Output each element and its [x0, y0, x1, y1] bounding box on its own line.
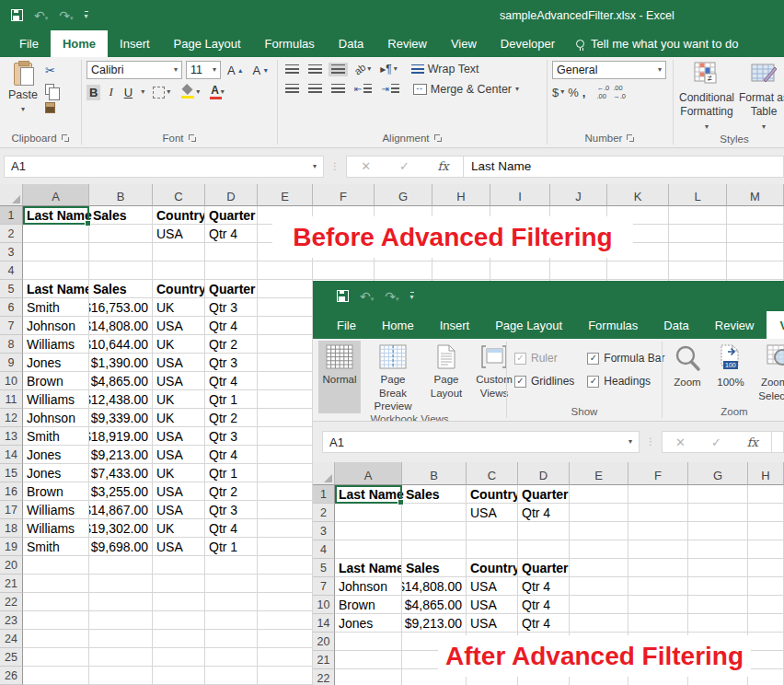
row-header-8[interactable]: 8 [0, 335, 23, 354]
select-all-corner[interactable] [0, 184, 23, 206]
cell-A5[interactable]: Last Name [335, 559, 402, 577]
cell-C17[interactable]: USA [153, 501, 205, 519]
cell-A10[interactable]: Brown [23, 372, 89, 390]
cell-B19[interactable]: $9,698.00 [89, 538, 153, 556]
cell-A20[interactable] [335, 633, 402, 651]
cell-B2[interactable] [89, 225, 153, 243]
cell-E19[interactable] [258, 538, 313, 556]
cell-D4[interactable] [518, 540, 570, 559]
font-size-select[interactable]: 11▾ [186, 61, 221, 79]
cell-D10[interactable]: Qtr 4 [205, 372, 258, 390]
cancel-icon[interactable]: ✕ [361, 159, 371, 173]
tab-review[interactable]: Review [702, 311, 767, 339]
column-header-L[interactable]: L [669, 184, 727, 206]
cell-B3[interactable] [89, 243, 153, 261]
row-header-17[interactable]: 17 [0, 501, 23, 519]
cell-D17[interactable]: Qtr 3 [205, 501, 258, 519]
cell-A9[interactable]: Jones [23, 354, 89, 372]
row-header-14[interactable]: 14 [0, 446, 23, 464]
number-dialog-launcher[interactable] [627, 134, 635, 143]
number-format-select[interactable]: General▾ [552, 61, 666, 79]
customize-qat-icon[interactable]: ▾ [410, 292, 414, 301]
cell-M4[interactable] [727, 261, 784, 280]
tab-formulas[interactable]: Formulas [253, 30, 327, 57]
cell-E24[interactable] [258, 630, 313, 648]
cell-C26[interactable] [153, 667, 205, 685]
tab-developer[interactable]: Developer [489, 30, 567, 57]
cell-B18[interactable]: $19,302.00 [89, 519, 153, 538]
row-header-22[interactable]: 22 [313, 669, 335, 685]
cell-B14[interactable]: $9,213.00 [402, 614, 467, 633]
format-painter-button[interactable] [45, 99, 60, 115]
tab-home[interactable]: Home [51, 30, 108, 57]
column-header-F[interactable]: F [313, 184, 375, 206]
tab-insert[interactable]: Insert [108, 30, 162, 57]
formula-input[interactable]: Last Name [464, 156, 784, 178]
cell-B3[interactable] [402, 522, 467, 540]
percent-style-button[interactable]: % [568, 86, 579, 99]
cell-B9[interactable]: $1,390.00 [89, 354, 153, 372]
cell-D20[interactable] [205, 556, 258, 575]
align-middle-button[interactable] [306, 63, 325, 76]
clipboard-dialog-launcher[interactable] [62, 134, 70, 143]
column-header-E[interactable]: E [570, 462, 628, 485]
row-header-16[interactable]: 16 [0, 482, 23, 501]
cell-B21[interactable] [89, 575, 153, 593]
cell-D11[interactable]: Qtr 1 [205, 390, 258, 409]
cell-A22[interactable] [23, 593, 89, 611]
cell-A7[interactable]: Johnson [23, 317, 89, 335]
font-color-button[interactable]: A▾ [208, 84, 227, 100]
column-header-I[interactable]: I [490, 184, 550, 206]
column-header-A[interactable]: A [23, 184, 89, 206]
column-header-F[interactable]: F [628, 462, 688, 485]
cell-M3[interactable] [727, 243, 784, 261]
cell-C11[interactable]: UK [153, 390, 205, 409]
cell-G14[interactable] [688, 614, 748, 633]
cell-B11[interactable]: $12,438.00 [89, 390, 153, 409]
cell-C1[interactable]: Country [467, 485, 518, 504]
row-header-3[interactable]: 3 [0, 243, 23, 261]
cell-E18[interactable] [258, 519, 313, 538]
cell-C8[interactable]: UK [153, 335, 205, 354]
cell-D13[interactable]: Qtr 3 [205, 427, 258, 446]
customize-qat-icon[interactable]: ▾ [85, 11, 88, 20]
cell-A6[interactable]: Smith [23, 298, 89, 317]
row-header-5[interactable]: 5 [0, 280, 23, 298]
tab-home[interactable]: Home [369, 311, 427, 339]
cell-D7[interactable]: Qtr 4 [205, 317, 258, 335]
cell-H4[interactable] [748, 540, 784, 559]
cell-B15[interactable]: $7,433.00 [89, 464, 153, 482]
tab-page-layout[interactable]: Page Layout [482, 311, 575, 339]
cell-C3[interactable] [153, 243, 205, 261]
cell-C9[interactable]: USA [153, 354, 205, 372]
column-header-M[interactable]: M [727, 184, 784, 206]
column-header-A[interactable]: A [335, 462, 402, 485]
tab-formulas[interactable]: Formulas [575, 311, 651, 339]
cell-A26[interactable] [23, 667, 89, 685]
cell-A8[interactable]: Williams [23, 335, 89, 354]
cell-L2[interactable] [669, 225, 727, 243]
cell-C24[interactable] [153, 630, 205, 648]
row-header-7[interactable]: 7 [0, 317, 23, 335]
column-header-J[interactable]: J [550, 184, 607, 206]
cell-G10[interactable] [688, 596, 748, 614]
accounting-format-button[interactable]: $▾ [552, 86, 564, 99]
row-header-20[interactable]: 20 [0, 556, 23, 575]
row-header-21[interactable]: 21 [0, 575, 23, 593]
tab-view[interactable]: View [767, 311, 784, 339]
page-layout-button[interactable]: Page Layout [425, 341, 467, 413]
cell-C22[interactable] [153, 593, 205, 611]
column-header-G[interactable]: G [688, 462, 748, 485]
insert-function-icon[interactable]: fx [747, 435, 758, 449]
name-box[interactable]: A1▾ [4, 156, 324, 178]
cell-D5[interactable]: Quarter [205, 280, 258, 298]
align-left-button[interactable] [282, 82, 302, 96]
cell-B17[interactable]: $14,867.00 [89, 501, 153, 519]
cell-D25[interactable] [205, 648, 258, 667]
row-header-18[interactable]: 18 [0, 519, 23, 538]
cell-B16[interactable]: $3,255.00 [89, 482, 153, 501]
cell-B10[interactable]: $4,865.00 [402, 596, 467, 614]
cut-button[interactable]: ✂ [45, 63, 60, 78]
cell-B10[interactable]: $4,865.00 [89, 372, 153, 390]
cell-G7[interactable] [688, 577, 748, 596]
